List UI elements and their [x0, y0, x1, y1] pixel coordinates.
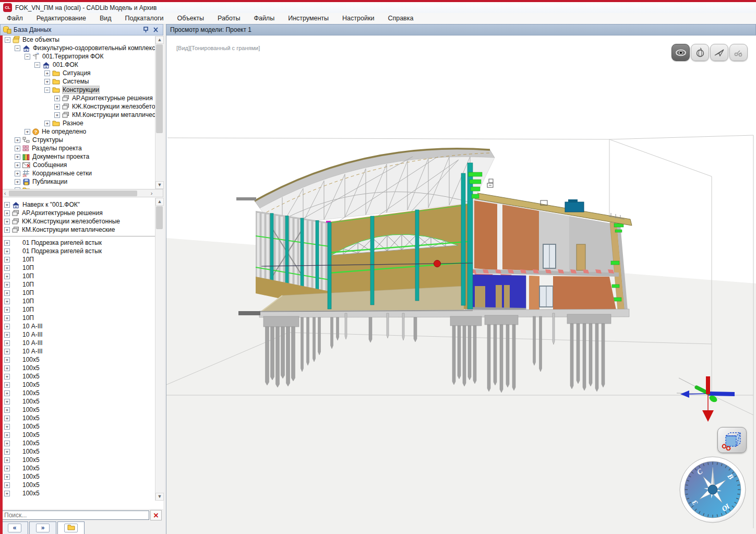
element-list-item[interactable]: +10П — [0, 297, 163, 305]
expand-toggle[interactable]: + — [4, 240, 10, 246]
element-list-item[interactable]: +100x5 — [0, 439, 163, 447]
clip-volume-button[interactable] — [717, 427, 747, 453]
expand-toggle[interactable]: + — [15, 137, 20, 143]
expand-toggle[interactable]: + — [15, 146, 20, 151]
view-eye-button[interactable] — [671, 44, 690, 61]
expand-toggle[interactable]: + — [4, 307, 10, 313]
expand-toggle[interactable]: + — [4, 390, 10, 396]
expand-toggle[interactable]: + — [4, 399, 10, 405]
expand-toggle[interactable]: + — [4, 482, 10, 488]
db-tree-row[interactable]: +Ситуация — [1, 69, 163, 77]
db-tree-row[interactable]: +Структуры — [1, 136, 163, 144]
expand-toggle[interactable]: + — [44, 79, 50, 85]
db-tree-row[interactable]: +Публикации — [1, 177, 163, 186]
expand-toggle[interactable]: + — [4, 357, 10, 363]
db-tree-row[interactable]: +Разделы проекта — [1, 144, 163, 152]
element-list-item[interactable]: +10 А-III — [0, 330, 163, 339]
expand-toggle[interactable]: + — [15, 171, 20, 176]
expand-toggle[interactable]: + — [4, 416, 10, 421]
expand-toggle[interactable]: + — [4, 315, 10, 321]
search-input[interactable] — [1, 511, 149, 520]
expand-toggle[interactable]: + — [4, 202, 10, 208]
list-vertical-scrollbar[interactable]: ▲ ▼ — [155, 198, 164, 501]
expand-toggle[interactable]: − — [15, 45, 20, 51]
expand-toggle[interactable]: + — [44, 70, 50, 76]
db-tree-row[interactable]: −Конструкции — [1, 86, 163, 94]
model-viewport[interactable]: [Вид][Тонированный с гранями] СВЮЗ — [166, 35, 756, 534]
scroll-thumb[interactable] — [9, 191, 137, 196]
tree-vertical-scrollbar[interactable]: ▲ ▼ — [155, 36, 164, 189]
scroll-right-arrow[interactable]: › — [148, 190, 155, 197]
db-tree-row[interactable]: +?Не определено — [1, 127, 163, 136]
expand-toggle[interactable]: − — [5, 37, 10, 43]
catalog-row[interactable]: +КЖ.Конструкции железобетонные — [0, 217, 163, 226]
db-tree-row[interactable]: +Документы проекта — [1, 152, 163, 161]
expand-toggle[interactable]: − — [25, 54, 30, 60]
catalog-row[interactable]: +АР.Архитектурные решения — [0, 209, 163, 217]
expand-toggle[interactable]: + — [54, 104, 60, 110]
scroll-up-arrow[interactable]: ▲ — [155, 36, 164, 44]
element-list-item[interactable]: +100x5 — [0, 406, 163, 414]
menu-файл[interactable]: Файл — [0, 13, 30, 24]
element-list-item[interactable]: +100x5 — [0, 456, 163, 464]
clear-search-icon[interactable]: ✕ — [150, 510, 162, 520]
db-tree-row[interactable]: −Все объекты — [1, 35, 163, 44]
expand-toggle[interactable]: + — [4, 407, 10, 413]
expand-toggle[interactable]: + — [4, 466, 10, 471]
expand-toggle[interactable]: + — [4, 449, 10, 455]
expand-toggle[interactable]: + — [4, 290, 10, 296]
element-list-item[interactable]: +10П — [0, 255, 163, 264]
element-list-item[interactable]: +100x5 — [0, 389, 163, 397]
menu-справка[interactable]: Справка — [381, 13, 420, 24]
expand-toggle[interactable]: + — [4, 282, 10, 288]
expand-toggle[interactable]: + — [15, 162, 20, 168]
menu-инструменты[interactable]: Инструменты — [281, 13, 335, 24]
expand-toggle[interactable]: + — [54, 112, 60, 118]
expand-toggle[interactable]: + — [4, 424, 10, 430]
expand-toggle[interactable]: + — [4, 248, 10, 254]
menu-редактирование[interactable]: Редактирование — [30, 13, 93, 24]
catalog-row[interactable]: +КМ.Конструкции металлические — [0, 226, 163, 234]
scroll-up-arrow[interactable]: ▲ — [155, 198, 164, 206]
orbit-button[interactable] — [691, 44, 709, 61]
db-tree-row[interactable]: −001.ФОК — [1, 61, 163, 69]
expand-toggle[interactable]: + — [44, 121, 50, 126]
db-tree-row[interactable]: +АР.Архитектурные решения — [1, 94, 163, 102]
db-tree-row[interactable]: −Физкультурно-оздоровительный комплекс — [1, 44, 163, 52]
expand-toggle[interactable]: + — [4, 227, 10, 233]
element-list-item[interactable]: +10П — [0, 264, 163, 272]
expand-toggle[interactable]: + — [4, 299, 10, 304]
expand-toggle[interactable]: + — [4, 274, 10, 279]
title-bar[interactable]: CL FOK_VN_ПМ на (local) - CADLib Модель … — [0, 2, 756, 13]
element-list-item[interactable]: +10 А-III — [0, 322, 163, 330]
db-tree-row[interactable]: +Разное — [1, 119, 163, 127]
navigation-compass[interactable]: СВЮЗ — [679, 456, 747, 524]
expand-toggle[interactable]: + — [4, 332, 10, 338]
element-list-item[interactable]: +100x5 — [0, 372, 163, 381]
expand-toggle[interactable]: + — [4, 441, 10, 446]
element-list-item[interactable]: +01 Подрезка ригелей встык — [0, 239, 163, 247]
db-tree-row[interactable]: −001.Территория ФОК — [1, 52, 163, 61]
expand-toggle[interactable]: + — [4, 365, 10, 371]
element-list-item[interactable]: +100x5 — [0, 381, 163, 389]
expand-toggle[interactable]: + — [4, 324, 10, 329]
catalog-row[interactable]: +Наверх к "001.ФОК" — [0, 200, 163, 209]
element-list-item[interactable]: +100x5 — [0, 464, 163, 472]
menu-настройки[interactable]: Настройки — [335, 13, 381, 24]
tab-catalog[interactable] — [57, 521, 85, 534]
expand-toggle[interactable]: + — [15, 154, 20, 160]
element-list-item[interactable]: +100x5 — [0, 414, 163, 422]
scroll-down-arrow[interactable]: ▼ — [155, 181, 164, 189]
expand-toggle[interactable]: + — [4, 265, 10, 271]
expand-toggle[interactable]: + — [4, 491, 10, 496]
element-list-item[interactable]: +10П — [0, 272, 163, 280]
menu-объекты[interactable]: Объекты — [170, 13, 211, 24]
element-list-item[interactable]: +100x5 — [0, 481, 163, 489]
element-list-item[interactable]: +100x5 — [0, 364, 163, 372]
scroll-thumb[interactable] — [156, 206, 163, 229]
db-tree-row[interactable]: +КЖ.Конструкции железобетон — [1, 102, 163, 111]
expand-toggle[interactable]: + — [15, 179, 20, 185]
expand-toggle[interactable]: + — [4, 219, 10, 224]
element-list-item[interactable]: +100x5 — [0, 397, 163, 406]
expand-toggle[interactable]: + — [4, 349, 10, 354]
